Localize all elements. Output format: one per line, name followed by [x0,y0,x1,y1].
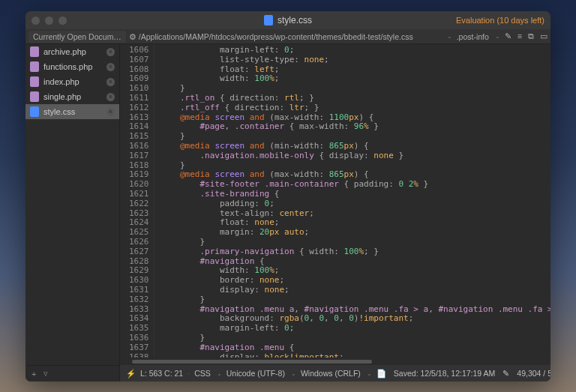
file-type-icon [30,46,39,57]
cursor-position[interactable]: L: 563 C: 21 [140,369,183,378]
code-line[interactable]: .navigation.mobile-only { display: none … [160,151,551,161]
close-file-icon[interactable]: × [106,48,115,56]
horizontal-scrollbar[interactable] [120,358,550,365]
editor-pane: 16061607160816091610161116121613▾1614161… [120,44,550,382]
file-path[interactable]: /Applications/MAMP/htdocs/wordpress/wp-c… [139,32,446,41]
folder-icon[interactable]: ▿ [44,369,48,379]
traffic-lights [32,16,67,25]
line-gutter[interactable]: 16061607160816091610161116121613▾1614161… [120,44,154,358]
close-file-icon[interactable]: × [106,78,115,86]
file-icon [264,15,273,25]
window-title: style.css [264,15,312,25]
line-endings[interactable]: Windows (CRLF) [301,369,361,378]
code-line[interactable]: width: 100%; [160,74,551,84]
code-line[interactable]: display: none; [160,286,551,295]
language-mode[interactable]: CSS [194,369,211,378]
fold-arrow-icon[interactable]: ▾ [130,190,134,199]
minimize-icon[interactable] [45,16,53,25]
line-number[interactable]: 1617 [129,151,149,161]
titlebar[interactable]: style.css Evaluation (10 days left) [26,11,550,29]
open-docs-label[interactable]: Currently Open Docum… [28,31,126,43]
file-item[interactable]: index.php× [26,74,119,89]
file-name: functions.php [44,62,92,71]
fold-arrow-icon[interactable]: ▾ [130,142,134,151]
line-number[interactable]: 1636 [129,334,149,343]
line-number[interactable]: 1627 [129,247,149,257]
symbol-chevron-icon[interactable]: ⌄ [495,33,500,40]
line-number[interactable]: 1611 [129,94,149,103]
code-line[interactable]: margin: 20px auto; [160,228,551,238]
line-number[interactable]: 1612 [129,103,149,113]
file-item[interactable]: style.css× [26,104,119,119]
status-bar: ⚡ L: 563 C: 21 · CSS ⌄ Unicode (UTF-8) ⌄… [120,365,550,382]
line-number[interactable]: 1635 [129,324,149,334]
code-line[interactable]: #page, .container { max-width: 96% } [160,122,551,132]
code-content[interactable]: margin-left: 0; list-style-type: none; f… [154,44,551,358]
main-body: archive.php×functions.php×index.php×sing… [26,44,550,382]
path-toolbar: Currently Open Docum… ⚙ /Applications/MA… [26,29,550,44]
file-type-icon [30,61,39,72]
close-file-icon[interactable]: × [106,108,115,116]
book-icon[interactable]: ▭ [540,31,548,41]
line-number[interactable]: 1626 [129,238,149,247]
counter-icon[interactable]: ⧉ [528,31,534,41]
file-name: style.css [44,107,75,116]
gear-icon[interactable]: ⚙ [129,32,136,41]
file-list: archive.php×functions.php×index.php×sing… [26,44,119,365]
line-number[interactable]: 1622 [129,199,149,209]
zoom-icon[interactable] [58,16,67,25]
encoding[interactable]: Unicode (UTF-8) [226,369,285,378]
file-type-icon [30,91,39,102]
line-number[interactable]: 1606 [129,46,149,55]
line-number[interactable]: 1616▾ [129,142,149,151]
editor-window: style.css Evaluation (10 days left) Curr… [26,11,550,382]
line-number[interactable]: 1631 [129,286,149,295]
close-file-icon[interactable]: × [106,63,115,71]
doc-icon[interactable]: 📄 [376,369,386,379]
file-name: index.php [44,77,80,86]
pencil-small-icon[interactable]: ✎ [502,369,509,378]
sidebar: archive.php×functions.php×index.php×sing… [26,44,120,382]
line-number[interactable]: 1607 [129,55,149,65]
add-icon[interactable]: + [32,370,36,379]
file-name: archive.php [44,47,86,56]
toolbar-icons: ✎ ≡ ⧉ ▭ [505,31,548,41]
line-number[interactable]: 1632 [129,295,149,305]
path-chevron-icon[interactable]: ⌄ [447,33,452,40]
saved-time: Saved: 12/5/18, 12:17:19 AM [394,369,495,378]
fold-arrow-icon[interactable]: ▾ [130,343,134,353]
sidebar-footer: + ▿ [26,365,119,382]
symbol-nav[interactable]: .post-info [457,32,489,41]
file-name: single.php [44,92,81,101]
close-file-icon[interactable]: × [106,93,115,101]
doc-stats: 49,304 / 5,836 / 1… [517,369,550,378]
close-icon[interactable] [32,16,40,25]
file-type-icon [30,76,39,87]
code-area[interactable]: 16061607160816091610161116121613▾1614161… [120,44,550,358]
file-type-icon [30,106,39,117]
line-number[interactable]: 1637▾ [129,343,149,353]
code-line[interactable]: margin-left: 0; [160,324,551,334]
title-text: style.css [278,15,312,25]
evaluation-notice[interactable]: Evaluation (10 days left) [456,16,544,25]
file-item[interactable]: single.php× [26,89,119,104]
line-number[interactable]: 1630 [129,276,149,286]
file-item[interactable]: functions.php× [26,59,119,74]
list-icon[interactable]: ≡ [518,31,522,41]
lightning-icon[interactable]: ⚡ [126,369,136,379]
file-item[interactable]: archive.php× [26,44,119,59]
line-number[interactable]: 1621▾ [129,190,149,199]
pencil-icon[interactable]: ✎ [505,31,512,41]
